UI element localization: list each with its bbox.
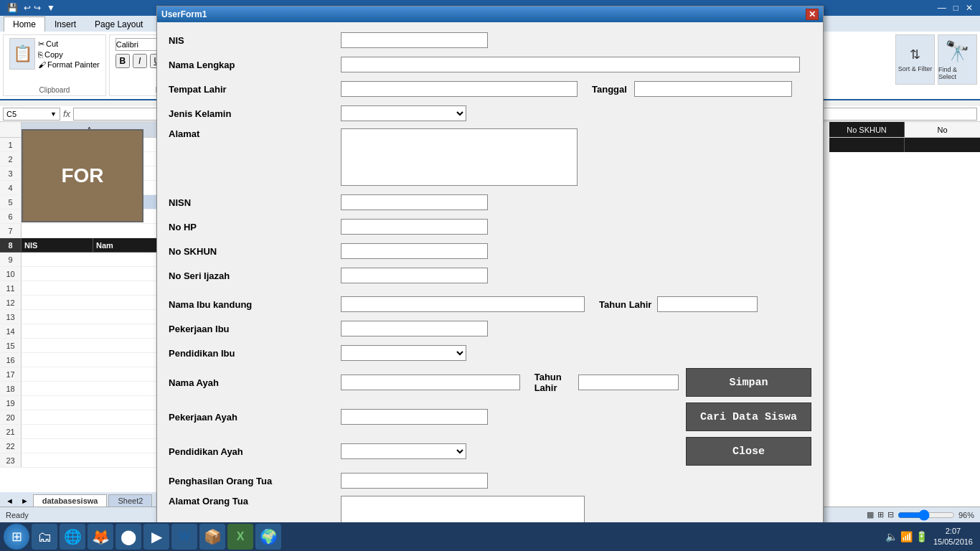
no-seri-ijazah-label: No Seri Ijazah xyxy=(169,270,341,281)
action-buttons: Simpan xyxy=(686,368,811,397)
simpan-button[interactable]: Simpan xyxy=(686,368,811,397)
no-hp-label: No HP xyxy=(169,222,341,232)
pekerjaan-ibu-input[interactable] xyxy=(341,321,488,336)
alamat-input[interactable] xyxy=(341,128,578,186)
nama-ibu-input[interactable] xyxy=(341,296,585,312)
windows-logo: ⊞ xyxy=(11,529,22,545)
pendidikan-ibu-row: Pendidikan Ibu SD SMP SMA D3 S1 xyxy=(169,344,811,362)
nama-ayah-label: Nama Ayah xyxy=(169,377,341,388)
pekerjaan-ayah-row: Pekerjaan Ayah Cari Data Siswa xyxy=(169,402,811,431)
tempat-lahir-row: Tempat Lahir Tanggal xyxy=(169,80,811,98)
cari-data-button[interactable]: Cari Data Siswa xyxy=(686,402,811,431)
penghasilan-label: Penghasilan Orang Tua xyxy=(169,476,341,486)
no-skhun-input[interactable] xyxy=(341,243,488,259)
taskbar-excel[interactable]: X xyxy=(227,524,253,550)
alamat-row: Alamat xyxy=(169,128,811,186)
system-tray: 🔈 📶 🔋 xyxy=(885,531,928,542)
tempat-lahir-label: Tempat Lahir xyxy=(169,84,341,95)
tahun-lahir-ibu-label: Tahun Lahir xyxy=(599,299,651,310)
taskbar: ⊞ 🗂 🌐 🦊 ⬤ ▶ W 📦 X 🌍 🔈 📶 🔋 2:07 15/05/201… xyxy=(0,522,980,551)
alamat-label: Alamat xyxy=(169,128,341,139)
pekerjaan-ibu-label: Pekerjaan Ibu xyxy=(169,324,341,334)
pendidikan-ibu-select[interactable]: SD SMP SMA D3 S1 xyxy=(341,345,466,361)
taskbar-folder[interactable]: 🗂 xyxy=(32,524,57,550)
pendidikan-ayah-row: Pendidikan Ayah SD SMP SMA D3 S1 Close xyxy=(169,437,811,466)
no-seri-ijazah-row: No Seri Ijazah xyxy=(169,266,811,285)
alamat-ortu-label: Alamat Orang Tua xyxy=(169,496,341,507)
taskbar-media[interactable]: ▶ xyxy=(143,524,169,550)
pendidikan-ayah-select[interactable]: SD SMP SMA D3 S1 xyxy=(341,443,466,459)
nama-ayah-input[interactable] xyxy=(341,375,520,390)
pekerjaan-ibu-row: Pekerjaan Ibu xyxy=(169,319,811,338)
taskbar-network[interactable]: 🌍 xyxy=(255,524,281,550)
tahun-lahir-ayah-input[interactable] xyxy=(578,375,679,390)
taskbar-right: 🔈 📶 🔋 2:07 15/05/2016 xyxy=(885,526,976,548)
taskbar-word[interactable]: W xyxy=(171,524,197,550)
nama-ayah-row: Nama Ayah Tahun Lahir Simpan xyxy=(169,368,811,397)
nis-row: NIS xyxy=(169,31,811,50)
nisn-input[interactable] xyxy=(341,194,488,210)
clock: 2:07 15/05/2016 xyxy=(933,526,973,548)
no-hp-input[interactable] xyxy=(341,219,488,235)
nama-ibu-label: Nama Ibu kandung xyxy=(169,299,341,310)
modal-overlay: UserForm1 ✕ NIS Nama Lengkap Tempat Lahi… xyxy=(0,0,980,551)
nama-ibu-row: Nama Ibu kandung Tahun Lahir xyxy=(169,295,811,314)
taskbar-unknown[interactable]: 📦 xyxy=(199,524,225,550)
taskbar-ie[interactable]: 🌐 xyxy=(60,524,85,550)
pekerjaan-ayah-label: Pekerjaan Ayah xyxy=(169,412,341,423)
userform-body: NIS Nama Lengkap Tempat Lahir Tanggal Je… xyxy=(157,22,823,551)
userform-title: UserForm1 xyxy=(161,9,207,19)
nama-lengkap-row: Nama Lengkap xyxy=(169,55,811,74)
no-hp-row: No HP xyxy=(169,217,811,236)
tahun-lahir-ayah-label: Tahun Lahir xyxy=(534,372,573,393)
pendidikan-ayah-label: Pendidikan Ayah xyxy=(169,446,341,457)
nis-input[interactable] xyxy=(341,32,488,48)
tempat-lahir-input[interactable] xyxy=(341,81,578,97)
taskbar-chrome[interactable]: ⬤ xyxy=(116,524,141,550)
tanggal-label: Tanggal xyxy=(592,84,627,95)
userform-close-button[interactable]: ✕ xyxy=(806,9,819,20)
userform: UserForm1 ✕ NIS Nama Lengkap Tempat Lahi… xyxy=(156,6,824,551)
pekerjaan-ayah-input[interactable] xyxy=(341,409,488,425)
pendidikan-ibu-label: Pendidikan Ibu xyxy=(169,348,341,359)
no-seri-ijazah-input[interactable] xyxy=(341,268,488,283)
taskbar-firefox[interactable]: 🦊 xyxy=(88,524,113,550)
userform-titlebar: UserForm1 ✕ xyxy=(157,6,823,22)
no-skhun-row: No SKHUN xyxy=(169,242,811,260)
jenis-kelamin-label: Jenis Kelamin xyxy=(169,108,341,119)
nama-lengkap-label: Nama Lengkap xyxy=(169,60,341,70)
penghasilan-row: Penghasilan Orang Tua xyxy=(169,471,811,490)
no-skhun-label: No SKHUN xyxy=(169,246,341,257)
nisn-label: NISN xyxy=(169,197,341,208)
start-button[interactable]: ⊞ xyxy=(4,524,29,550)
tanggal-input[interactable] xyxy=(634,81,792,97)
close-button[interactable]: Close xyxy=(686,437,811,466)
jenis-kelamin-row: Jenis Kelamin Laki-laki Perempuan xyxy=(169,104,811,123)
nisn-row: NISN xyxy=(169,193,811,212)
penghasilan-input[interactable] xyxy=(341,473,488,489)
jenis-kelamin-select[interactable]: Laki-laki Perempuan xyxy=(341,105,466,121)
close-button-container: Close xyxy=(686,437,811,466)
nama-lengkap-input[interactable] xyxy=(341,57,800,72)
cari-button-container: Cari Data Siswa xyxy=(686,402,811,431)
tahun-lahir-ibu-input[interactable] xyxy=(657,296,758,312)
nis-label: NIS xyxy=(169,35,341,46)
